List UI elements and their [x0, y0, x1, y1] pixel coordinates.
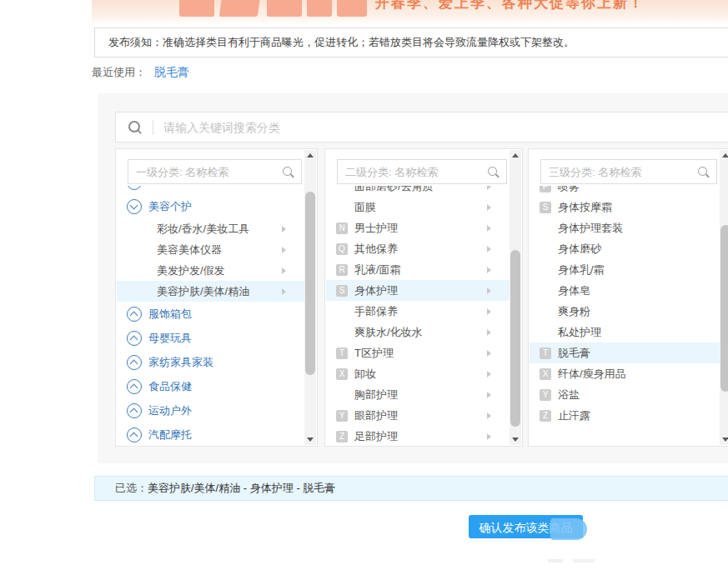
index-letter-spacer — [540, 222, 551, 234]
level2-category-list: 面部磨砂/去角质面膜N男士护理Q其他保养R乳液/面霜S身体护理手部保养爽肤水/化… — [326, 186, 510, 445]
category-label: 爽肤水/化妆水 — [354, 325, 423, 340]
category-item-selected[interactable]: S身体护理 — [326, 280, 510, 301]
chevron-up-circle-icon[interactable] — [127, 428, 142, 442]
category-label: 汽配摩托 — [148, 428, 192, 442]
scroll-up-button[interactable] — [720, 150, 728, 162]
category-item[interactable]: S身体按摩霜 — [530, 197, 720, 218]
category-label: 面部磨砂/去角质 — [354, 186, 434, 194]
chevron-up-circle-icon[interactable] — [127, 186, 142, 190]
keyword-search-input[interactable] — [162, 120, 728, 135]
chevron-down-circle-icon[interactable] — [127, 199, 142, 214]
category-item[interactable]: 身体乳/霜 — [530, 259, 720, 280]
category-label: 乳液/面霜 — [354, 262, 401, 278]
category-label: 食品保健 — [148, 379, 192, 394]
category-item[interactable] — [117, 186, 304, 194]
category-label: 手部保养 — [354, 304, 398, 319]
search-divider — [153, 120, 153, 135]
level1-filter-input[interactable] — [128, 165, 282, 179]
category-label: 其他保养 — [354, 242, 398, 257]
scrollbar-thumb[interactable] — [720, 225, 728, 392]
category-item[interactable]: 运动户外 — [117, 398, 304, 422]
level3-scrollbar[interactable] — [720, 150, 728, 445]
chevron-right-icon — [487, 350, 491, 357]
category-item[interactable]: 爽肤水/化妆水 — [326, 322, 510, 342]
scroll-down-button[interactable] — [510, 433, 521, 445]
category-item[interactable]: Y眼部护理 — [326, 405, 510, 426]
level3-filter-box — [540, 159, 717, 184]
category-item[interactable]: 手部保养 — [326, 301, 510, 322]
index-letter-badge: T — [336, 348, 348, 359]
category-item[interactable]: 母婴玩具 — [117, 326, 304, 350]
category-item[interactable]: 身体磨砂 — [530, 238, 720, 259]
category-item[interactable]: 家纺家具家装 — [117, 350, 304, 374]
category-label: 身体护理 — [354, 283, 398, 298]
category-label: 脱毛膏 — [558, 346, 590, 361]
category-item[interactable]: 身体护理套装 — [530, 218, 720, 238]
category-item[interactable]: Z足部护理 — [326, 426, 510, 445]
category-item[interactable]: Y浴盐 — [530, 384, 720, 405]
index-letter-badge: S — [336, 285, 348, 297]
category-item[interactable]: 身体皂 — [530, 280, 720, 301]
category-item-selected[interactable]: T脱毛膏 — [530, 342, 720, 363]
category-label: 喷雾 — [558, 186, 580, 194]
category-item[interactable]: 面部磨砂/去角质 — [326, 186, 510, 197]
chevron-up-circle-icon[interactable] — [127, 379, 142, 394]
category-item[interactable]: N男士护理 — [326, 218, 510, 238]
scrollbar-thumb[interactable] — [510, 250, 520, 427]
level1-scrollbar[interactable] — [304, 150, 316, 445]
chevron-right-icon — [487, 412, 491, 419]
category-item[interactable]: 私处护理 — [530, 322, 720, 342]
category-item[interactable]: P喷雾 — [530, 186, 720, 197]
category-label: 运动户外 — [148, 403, 192, 418]
level2-filter-box — [337, 159, 507, 184]
keyword-search-box — [115, 112, 728, 142]
chevron-right-icon — [282, 226, 286, 232]
category-item[interactable]: 食品保健 — [117, 374, 304, 398]
recently-used-label: 最近使用： — [92, 66, 146, 78]
category-label: 卸妆 — [354, 367, 376, 382]
category-item-selected[interactable]: 美容护肤/美体/精油 — [117, 281, 304, 302]
category-item[interactable]: 面膜 — [326, 197, 510, 218]
scroll-up-button[interactable] — [304, 150, 316, 162]
recently-used-link[interactable]: 脱毛膏 — [154, 65, 189, 78]
index-letter-spacer — [540, 306, 551, 318]
index-letter-badge: Y — [540, 389, 551, 401]
category-label: 止汗露 — [558, 408, 590, 423]
category-item[interactable]: X卸妆 — [326, 363, 510, 384]
category-item[interactable]: TT区护理 — [326, 342, 510, 363]
scroll-down-button[interactable] — [304, 433, 316, 445]
category-item[interactable]: 服饰箱包 — [117, 302, 304, 326]
category-item[interactable]: 美容个护 — [117, 194, 304, 218]
banner-glyph-decor — [307, 0, 332, 17]
index-letter-badge: Z — [336, 431, 348, 442]
chevron-right-icon — [487, 329, 491, 336]
category-item[interactable]: X纤体/瘦身用品 — [530, 363, 720, 384]
scrollbar-thumb[interactable] — [305, 192, 315, 375]
category-item[interactable]: Q其他保养 — [326, 238, 510, 259]
search-icon — [697, 166, 710, 178]
category-item[interactable]: R乳液/面霜 — [326, 259, 510, 280]
banner-glyph-decor — [219, 0, 261, 17]
scroll-down-button[interactable] — [720, 433, 728, 445]
chevron-up-circle-icon[interactable] — [127, 403, 142, 418]
scroll-up-button[interactable] — [510, 150, 521, 162]
category-item[interactable]: Z止汗露 — [530, 405, 720, 426]
chevron-up-circle-icon[interactable] — [127, 355, 142, 370]
category-item[interactable]: 彩妆/香水/美妆工具 — [117, 218, 304, 239]
selected-category-value: 美容护肤/美体/精油 - 身体护理 - 脱毛膏 — [148, 482, 335, 494]
level3-filter-input[interactable] — [541, 165, 697, 179]
category-item[interactable]: 爽身粉 — [530, 301, 720, 322]
search-icon — [487, 166, 500, 178]
chevron-up-circle-icon[interactable] — [127, 307, 142, 322]
category-item[interactable]: 胸部护理 — [326, 384, 510, 405]
level2-filter-input[interactable] — [338, 165, 487, 179]
category-label: 面膜 — [354, 200, 376, 215]
artifact-mark — [548, 559, 595, 562]
chevron-up-circle-icon[interactable] — [127, 331, 142, 346]
category-item[interactable]: 汽配摩托 — [117, 422, 304, 445]
category-item[interactable]: 美容美体仪器 — [117, 239, 304, 260]
category-item[interactable]: 美发护发/假发 — [117, 260, 304, 281]
search-icon — [282, 166, 294, 178]
category-label: 身体按摩霜 — [558, 200, 612, 215]
level2-scrollbar[interactable] — [510, 150, 521, 445]
